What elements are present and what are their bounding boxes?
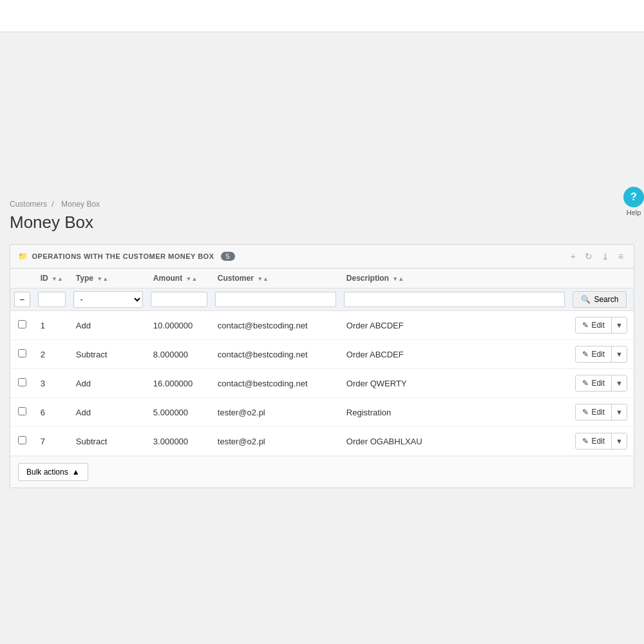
filter-id-input[interactable] [38,292,66,307]
help-label: Help [627,209,641,216]
edit-btn-group: ✎ Edit ▼ [575,404,627,421]
panel-header: 📁 OPERATIONS WITH THE CUSTOMER MONEY BOX… [10,245,634,269]
row-checkbox[interactable] [18,378,26,386]
row-description: Order ABCDEF [340,311,569,340]
top-bar [0,0,644,32]
filter-type-cell: - Add Subtract [70,289,147,311]
row-actions: ✎ Edit ▼ [569,311,634,340]
col-actions [569,269,634,289]
col-customer: Customer ▼▲ [211,269,340,289]
panel-title: 📁 OPERATIONS WITH THE CUSTOMER MONEY BOX [18,252,214,261]
filter-deselect-cell: – [10,289,34,311]
edit-btn-group: ✎ Edit ▼ [575,346,627,363]
edit-button[interactable]: ✎ Edit [576,404,611,420]
col-id: ID ▼▲ [34,269,70,289]
col-amount: Amount ▼▲ [147,269,211,289]
table-body: 1 Add 10.000000 contact@bestcoding.net O… [10,311,634,456]
sort-id-icon[interactable]: ▼▲ [52,276,63,282]
row-checkbox-cell [10,398,34,427]
edit-btn-group: ✎ Edit ▼ [575,375,627,392]
row-type: Add [70,311,147,340]
filter-amount-input[interactable] [151,292,207,307]
edit-button[interactable]: ✎ Edit [576,375,611,391]
content-area: ? Help Customers / Money Box Money Box 📁… [0,32,644,501]
row-checkbox-cell [10,311,34,340]
edit-pencil-icon: ✎ [582,408,589,417]
row-id: 7 [34,427,70,456]
row-description: Order OGABHLXAU [340,427,569,456]
panel-footer: Bulk actions ▲ [10,456,634,488]
edit-dropdown-button[interactable]: ▼ [611,346,627,362]
row-checkbox-cell [10,340,34,369]
help-icon: ? [623,187,644,207]
col-type: Type ▼▲ [70,269,147,289]
table-row: 2 Subtract 8.000000 contact@bestcoding.n… [10,340,634,369]
filter-search-cell: 🔍 Search [569,289,634,311]
table-row: 6 Add 5.000000 tester@o2.pl Registration… [10,398,634,427]
page-wrapper: ? Help Customers / Money Box Money Box 📁… [0,0,644,644]
row-description: Registration [340,398,569,427]
col-description: Description ▼▲ [340,269,569,289]
sort-type-icon[interactable]: ▼▲ [97,276,108,282]
sort-desc-icon[interactable]: ▼▲ [392,276,404,282]
edit-btn-group: ✎ Edit ▼ [575,433,627,450]
row-amount: 5.000000 [147,398,211,427]
edit-pencil-icon: ✎ [582,350,589,359]
breadcrumb-parent[interactable]: Customers [10,200,47,209]
help-button[interactable]: ? Help [623,187,644,216]
row-description: Order QWERTY [340,369,569,398]
export-button[interactable]: ⤓ [599,250,612,263]
sort-customer-icon[interactable]: ▼▲ [257,276,269,282]
row-customer: contact@bestcoding.net [211,311,340,340]
folder-icon: 📁 [18,252,28,261]
deselect-all-button[interactable]: – [14,292,30,307]
table-header: ID ▼▲ Type ▼▲ Amount ▼▲ Customer ▼▲ Desc [10,269,634,289]
row-checkbox-cell [10,369,34,398]
row-amount: 16.000000 [147,369,211,398]
table-row: 7 Subtract 3.000000 tester@o2.pl Order O… [10,427,634,456]
row-id: 3 [34,369,70,398]
panel-actions: + ↻ ⤓ ≡ [568,250,626,263]
edit-dropdown-button[interactable]: ▼ [611,317,627,333]
filter-customer-cell [211,289,340,311]
edit-pencil-icon: ✎ [582,437,589,446]
search-button[interactable]: 🔍 Search [573,291,627,308]
row-amount: 10.000000 [147,311,211,340]
row-customer: contact@bestcoding.net [211,340,340,369]
edit-button[interactable]: ✎ Edit [576,433,611,449]
edit-dropdown-button[interactable]: ▼ [611,433,627,449]
row-customer: contact@bestcoding.net [211,369,340,398]
row-actions: ✎ Edit ▼ [569,340,634,369]
row-id: 6 [34,398,70,427]
filter-customer-input[interactable] [215,292,336,307]
edit-button[interactable]: ✎ Edit [576,346,611,362]
panel-count: 5 [221,252,235,261]
row-actions: ✎ Edit ▼ [569,398,634,427]
sort-amount-icon[interactable]: ▼▲ [186,276,198,282]
row-amount: 3.000000 [147,427,211,456]
add-button[interactable]: + [568,250,578,263]
data-table: ID ▼▲ Type ▼▲ Amount ▼▲ Customer ▼▲ Desc [10,269,634,456]
edit-pencil-icon: ✎ [582,321,589,330]
row-checkbox[interactable] [18,407,26,415]
row-checkbox[interactable] [18,349,26,357]
edit-pencil-icon: ✎ [582,379,589,388]
edit-dropdown-button[interactable]: ▼ [611,375,627,391]
edit-button[interactable]: ✎ Edit [576,317,611,333]
bulk-actions-arrow-icon: ▲ [72,468,80,477]
breadcrumb: Customers / Money Box [10,200,634,209]
row-checkbox[interactable] [18,436,26,444]
refresh-button[interactable]: ↻ [582,250,595,263]
filter-row: – - Add Subtract [10,289,634,311]
row-checkbox[interactable] [18,320,26,328]
filter-description-input[interactable] [344,292,565,307]
edit-btn-group: ✎ Edit ▼ [575,317,627,334]
settings-button[interactable]: ≡ [616,250,626,263]
search-icon: 🔍 [581,295,591,304]
bulk-actions-button[interactable]: Bulk actions ▲ [18,463,88,481]
filter-type-select[interactable]: - Add Subtract [73,291,143,308]
edit-dropdown-button[interactable]: ▼ [611,404,627,420]
table-row: 3 Add 16.000000 contact@bestcoding.net O… [10,369,634,398]
row-type: Add [70,398,147,427]
row-type: Subtract [70,340,147,369]
